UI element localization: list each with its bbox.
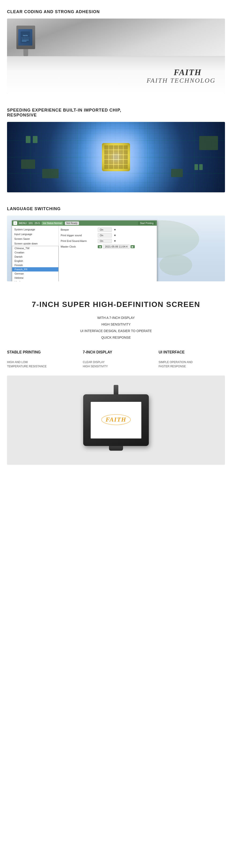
svg-rect-12 xyxy=(26,136,31,143)
svg-text:FAITH: FAITH xyxy=(106,416,126,423)
chip-cell xyxy=(123,165,128,169)
section1-image: FAITH TECHNOLOGY FAITH FAITH T xyxy=(7,19,225,94)
svg-point-26 xyxy=(159,254,192,276)
svg-rect-4 xyxy=(22,41,27,41)
ui-interface-title: UI INTERFACE xyxy=(159,350,225,354)
svg-rect-17 xyxy=(199,136,218,150)
chip-cell xyxy=(109,150,113,154)
section2-image xyxy=(7,122,225,192)
chip-cell xyxy=(104,155,109,159)
print-end-sound-value[interactable]: On xyxy=(98,239,112,243)
faith-company-area: FAITH TECHNOLOG xyxy=(147,77,216,84)
chip-cell xyxy=(114,155,118,159)
faith-logo-word: FAITH xyxy=(173,68,201,77)
clock-value: 2021-05-06 11:04:4 xyxy=(103,245,129,249)
chip-cell xyxy=(119,160,123,164)
input-language-item[interactable]: Input Language xyxy=(12,232,59,237)
chip-cell xyxy=(104,160,109,164)
svg-rect-14 xyxy=(194,164,198,170)
ui-left-panel: System Language Input Language Screen Sa… xyxy=(12,226,59,281)
beeper-dropdown-arrow: ▼ xyxy=(114,228,116,231)
svg-rect-18 xyxy=(171,169,183,177)
lang-danish[interactable]: Danish xyxy=(12,255,59,259)
svg-text:TECHNOLOGY: TECHNOLOGY xyxy=(21,37,30,39)
chip-center xyxy=(102,143,130,171)
print-trigger-label: Print trigger sound xyxy=(61,234,96,237)
lang-finnish[interactable]: Finnish xyxy=(12,263,59,267)
screen-logo-container: FAITH xyxy=(101,414,131,427)
faith-screen-svg: FAITH xyxy=(101,414,131,426)
section3-title: LANGUAGE SWITCHING xyxy=(7,207,225,211)
screen-content: FAITH xyxy=(101,414,131,427)
section1-title: CLEAR CODING AND STRONG ADHESION xyxy=(7,9,225,14)
device-showcase: FAITH xyxy=(7,375,225,465)
lang-french-fr[interactable]: French_FR xyxy=(12,267,59,272)
faith-company-word: FAITH TECHNOLOG xyxy=(147,77,216,84)
language-dropdown: Chinese_TW Croatian Danish English Finni… xyxy=(12,246,59,281)
chip-cell xyxy=(123,155,128,159)
chip-cell xyxy=(109,165,113,169)
beeper-label: Beeper xyxy=(61,228,96,231)
section4-features: WITH A 7-INCH DISPLAY HIGH SENSITIVITY U… xyxy=(7,314,225,341)
chip-cell xyxy=(119,165,123,169)
chip-cell xyxy=(114,165,118,169)
start-printing-button[interactable]: Start Printing xyxy=(138,221,155,225)
printer-body: FAITH TECHNOLOGY xyxy=(16,26,35,49)
lang-chinese-tw[interactable]: Chinese_TW xyxy=(12,246,59,250)
section-language: LANGUAGE SWITCHING ≡ MENU 10 xyxy=(0,197,232,286)
faith-company-text: FAITH TECHNOLOG xyxy=(147,77,216,84)
print-end-sound-row: Print End Sound Alarm On ▼ xyxy=(61,239,155,243)
counter2: 29-5 xyxy=(35,222,40,224)
printer-label: FAITH TECHNOLOGY xyxy=(18,29,32,45)
feature-line-4: QUICK RESPONSE xyxy=(7,334,225,341)
lang-hebrew[interactable]: Hebrew xyxy=(12,276,59,280)
svg-rect-19 xyxy=(42,169,59,178)
master-clock-label: Master Clock xyxy=(61,245,96,248)
chip-grid xyxy=(104,145,128,169)
system-language-item[interactable]: System Language xyxy=(12,227,59,232)
section4-title: 7-INCH SUPER HIGH-DEFINITION SCREEN xyxy=(7,300,225,309)
print-trigger-value[interactable]: On xyxy=(98,233,112,238)
lang-english[interactable]: English xyxy=(12,259,59,263)
print-trigger-dropdown-arrow: ▼ xyxy=(114,234,116,237)
master-clock-row: Master Clock ◀ 2021-05-06 11:04:4 ▶ xyxy=(61,245,155,249)
beeper-value[interactable]: On xyxy=(98,227,112,232)
print-end-sound-label: Print End Sound Alarm xyxy=(61,240,96,242)
faith-logo-area: FAITH xyxy=(173,67,201,77)
chip-cell xyxy=(119,155,123,159)
ui-interface-desc: SIMPLE OPERATION AND FASTER RESPONSE xyxy=(159,356,225,369)
lang-hindi[interactable]: Hindi xyxy=(12,280,59,281)
svg-text:FAITH: FAITH xyxy=(23,35,28,36)
features-grid: STABLE PRINTING HIGH AND LOW TEMPERATURE… xyxy=(7,350,225,369)
feature-line-1: WITH A 7-INCH DISPLAY xyxy=(7,314,225,321)
section-speeding: SPEEDING EXPERIENCE BUILT-IN IMPORTED CH… xyxy=(0,98,232,197)
clock-control: ◀ 2021-05-06 11:04:4 ▶ xyxy=(98,245,135,249)
clock-next-button[interactable]: ▶ xyxy=(130,245,135,248)
ui-interface-desc-text: SIMPLE OPERATION AND FASTER RESPONSE xyxy=(159,361,193,368)
stable-printing-desc: HIGH AND LOW TEMPERATURE RESISTANCE xyxy=(7,356,73,369)
ui-header: ≡ MENU 101 29-5 ine Status Normal Not Re… xyxy=(12,220,157,226)
feature-ui-interface: UI INTERFACE SIMPLE OPERATION AND FASTER… xyxy=(159,350,225,369)
lang-croatian[interactable]: Croatian xyxy=(12,250,59,255)
faith-logo-text: FAITH xyxy=(173,67,201,77)
feature-7inch-display: 7-INCH DISPLAY CLEAR DISPLAY HIGH SENSIT… xyxy=(83,350,149,369)
chip-cell xyxy=(119,145,123,150)
screen-saver-item[interactable]: Screen Saver xyxy=(12,237,59,241)
chip-cell xyxy=(123,150,128,154)
lang-german[interactable]: German xyxy=(12,272,59,276)
screen-upside-down-item[interactable]: Screen upside down xyxy=(12,241,59,246)
world-map-bg: ≡ MENU 101 29-5 ine Status Normal Not Re… xyxy=(7,216,225,281)
svg-rect-15 xyxy=(199,164,203,170)
chip-cell xyxy=(109,160,113,164)
ui-screenshot: ≡ MENU 101 29-5 ine Status Normal Not Re… xyxy=(12,220,157,281)
device-stand-base xyxy=(109,446,123,451)
printer-nozzle xyxy=(24,49,28,56)
chip-cell xyxy=(114,160,118,164)
chip-cell xyxy=(104,165,109,169)
menu-icon: ≡ xyxy=(13,221,17,225)
feature-line-3: UI INTERFACE DESIGN, EASIER TO OPERATE xyxy=(7,328,225,334)
printer-visual: FAITH TECHNOLOGY FAITH FAITH T xyxy=(7,19,225,94)
7inch-display-desc: CLEAR DISPLAY HIGH SENSITIVITY xyxy=(83,356,149,369)
device-wrapper: FAITH xyxy=(83,394,149,446)
clock-prev-button[interactable]: ◀ xyxy=(98,245,102,248)
